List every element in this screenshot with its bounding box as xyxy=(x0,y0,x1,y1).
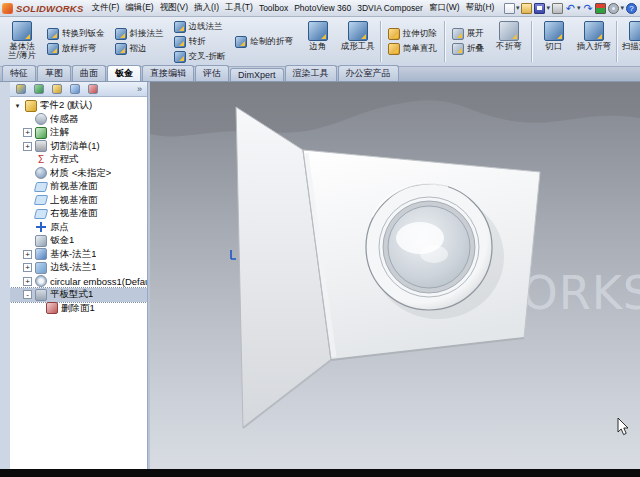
expander-icon[interactable]: + xyxy=(23,277,32,286)
expander-icon xyxy=(23,169,32,178)
tab-钣金[interactable]: 钣金 xyxy=(107,65,141,81)
tree-item[interactable]: -平板型式1 xyxy=(10,288,147,302)
ribbon-button-extruded-cut[interactable]: 拉伸切除 xyxy=(385,27,440,41)
menu-item-5[interactable]: Toolbox xyxy=(256,2,291,14)
undo-button[interactable]: ▾ xyxy=(564,1,582,16)
menu-item-0[interactable]: 文件(F) xyxy=(88,1,122,15)
expander-icon xyxy=(23,155,32,164)
ribbon-button-label: 折叠 xyxy=(467,43,484,55)
dropdown-arrow-icon[interactable]: ▾ xyxy=(620,4,624,12)
displaymanager-tab[interactable] xyxy=(85,83,100,96)
menu-item-3[interactable]: 插入(I) xyxy=(191,1,222,15)
ribbon-button-insert-bends[interactable]: 插入折弯 xyxy=(574,18,614,65)
tree-item[interactable]: 前视基准面 xyxy=(10,180,147,194)
tree-item[interactable]: 右视基准面 xyxy=(10,207,147,221)
tree-item[interactable]: +边线-法兰1 xyxy=(10,261,147,275)
ribbon-button-sketched-bend[interactable]: 绘制的折弯 xyxy=(232,35,296,49)
tree-item[interactable]: 钣金1 xyxy=(10,234,147,248)
open-button[interactable] xyxy=(520,1,533,16)
ribbon-button-hem[interactable]: 褶边 xyxy=(112,42,167,56)
tab-评估[interactable]: 评估 xyxy=(195,65,229,81)
tab-渲染工具[interactable]: 渲染工具 xyxy=(285,65,337,81)
tree-item[interactable]: +circular emboss1(Default) - xyxy=(10,275,147,289)
tree-item[interactable]: 原点 xyxy=(10,221,147,235)
ribbon-button-forming-tool[interactable]: 成形工具 xyxy=(338,18,378,65)
ribbon-button-simple-hole[interactable]: 简单直孔 xyxy=(385,42,440,56)
expander-icon[interactable]: + xyxy=(23,142,32,151)
tree-item[interactable]: 删除面1 xyxy=(10,302,147,316)
configurationmanager-tab[interactable] xyxy=(49,83,64,96)
tree-item[interactable]: 上视基准面 xyxy=(10,194,147,208)
ribbon-button-unfold[interactable]: 展开 xyxy=(449,27,487,41)
ribbon-button-label: 切口 xyxy=(537,42,571,51)
convert-to-sheetmetal-icon xyxy=(47,28,59,40)
dropdown-arrow-icon[interactable]: ▾ xyxy=(546,4,550,12)
expander-icon[interactable]: + xyxy=(23,263,32,272)
ribbon-button-corner[interactable]: 边角 xyxy=(298,18,338,65)
save-icon xyxy=(534,3,545,14)
tab-DimXpert[interactable]: DimXpert xyxy=(230,68,284,81)
ribbon-button-label: 褶边 xyxy=(130,43,147,55)
expander-icon[interactable]: - xyxy=(23,290,32,299)
ribbon-button-label: 绘制的折弯 xyxy=(250,36,293,48)
ribbon-button-convert-to-sheetmetal[interactable]: 转换到钣金 xyxy=(44,27,108,41)
tab-办公室产品[interactable]: 办公室产品 xyxy=(338,65,399,81)
dropdown-arrow-icon[interactable]: ▾ xyxy=(577,4,581,12)
menu-item-1[interactable]: 编辑(E) xyxy=(122,1,156,15)
menu-item-9[interactable]: 帮助(H) xyxy=(463,1,498,15)
options-button[interactable]: ▾ xyxy=(607,1,625,16)
propertymanager-tab[interactable] xyxy=(31,83,46,96)
ribbon-button-no-bends[interactable]: 不折弯 xyxy=(489,18,529,65)
print-button[interactable] xyxy=(551,1,564,16)
letterbox-bar xyxy=(0,469,640,477)
ribbon-button-jog[interactable]: 转折 xyxy=(171,35,229,49)
new-button[interactable]: ▾ xyxy=(503,1,521,16)
lens-highlight-small xyxy=(420,245,448,263)
tree-item[interactable]: +基体-法兰1 xyxy=(10,248,147,262)
swept-flange-icon xyxy=(629,21,640,41)
plane-icon xyxy=(34,195,48,205)
menu-item-6[interactable]: PhotoView 360 xyxy=(291,2,354,14)
ribbon-button-lofted-bend[interactable]: 放样折弯 xyxy=(44,42,108,56)
tab-直接编辑[interactable]: 直接编辑 xyxy=(142,65,194,81)
tree-item[interactable]: +注解 xyxy=(10,126,147,140)
tab-特征[interactable]: 特征 xyxy=(2,65,36,81)
tree-item[interactable]: +切割清单(1) xyxy=(10,140,147,154)
expander-icon[interactable]: + xyxy=(23,250,32,259)
menu-item-2[interactable]: 视图(V) xyxy=(157,1,191,15)
redo-button[interactable] xyxy=(581,1,594,16)
ribbon-button-swept-flange[interactable]: 扫描法兰 xyxy=(619,18,640,65)
ribbon-button-cross-break[interactable]: 交叉-折断 xyxy=(171,50,229,64)
menu-item-4[interactable]: 工具(T) xyxy=(222,1,256,15)
graphics-viewport[interactable]: SOLIDWORKS xyxy=(150,82,640,469)
expander-icon[interactable]: ▾ xyxy=(13,101,22,110)
ribbon-button-miter-flange[interactable]: 斜接法兰 xyxy=(112,27,167,41)
tree-item[interactable]: 材质 <未指定> xyxy=(10,167,147,181)
menu-item-8[interactable]: 窗口(W) xyxy=(426,1,463,15)
rebuild-button[interactable] xyxy=(594,1,607,16)
tree-item[interactable]: ▾零件2 (默认) xyxy=(10,99,147,113)
propertymanager-icon xyxy=(34,84,44,94)
plane-icon xyxy=(34,182,48,192)
tree-item-label: 切割清单(1) xyxy=(50,140,100,153)
ribbon-button-label: 斜接法兰 xyxy=(130,28,164,40)
tree-item[interactable]: 传感器 xyxy=(10,113,147,127)
featuremanager-tab[interactable] xyxy=(13,83,28,96)
help-button[interactable] xyxy=(625,1,638,16)
menu-item-7[interactable]: 3DVIA Composer xyxy=(354,2,426,14)
ribbon-button-edge-flange[interactable]: 边线法兰 xyxy=(171,20,229,34)
panel-overflow-chevron[interactable]: » xyxy=(135,84,144,94)
expander-icon[interactable]: + xyxy=(23,128,32,137)
ribbon-button-fold[interactable]: 折叠 xyxy=(449,42,487,56)
ribbon-button-base-flange[interactable]: 基体法兰/薄片 xyxy=(2,18,42,65)
base-flange-icon xyxy=(12,21,32,41)
sketch-annotation[interactable] xyxy=(231,250,236,259)
tree-item[interactable]: 方程式 xyxy=(10,153,147,167)
ribbon-button-rip[interactable]: 切口 xyxy=(534,18,574,65)
dropdown-arrow-icon[interactable]: ▾ xyxy=(516,4,520,12)
ribbon-separator xyxy=(616,21,617,62)
tab-曲面[interactable]: 曲面 xyxy=(72,65,106,81)
save-button[interactable]: ▾ xyxy=(533,1,551,16)
tab-草图[interactable]: 草图 xyxy=(37,65,71,81)
dimxpertmanager-tab[interactable] xyxy=(67,83,82,96)
